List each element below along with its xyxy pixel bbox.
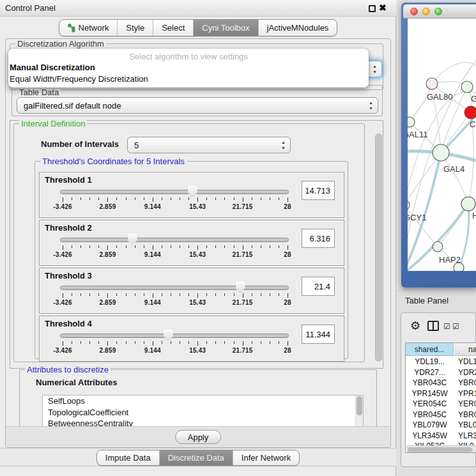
tab-network[interactable]: Network [59, 20, 118, 36]
scale-label: 2.859 [88, 251, 127, 258]
zoom-traffic-light-icon[interactable] [434, 8, 442, 15]
table-row[interactable]: YDR27...YDR2 [406, 367, 476, 378]
tick-mark [107, 245, 108, 250]
control-panel-title: Control Panel [5, 3, 56, 13]
network-window-titlebar[interactable] [403, 4, 476, 19]
scale-label: 21.715 [224, 203, 262, 210]
tab-infer-network[interactable]: Infer Network [233, 450, 299, 465]
slider-thumb-icon[interactable] [128, 234, 137, 245]
network-node[interactable] [433, 144, 449, 161]
tick-mark [153, 245, 153, 250]
attributes-group-title: Attributes to discretize [25, 365, 111, 374]
tick-mark [270, 245, 270, 248]
tick-mark [234, 245, 234, 248]
table-row[interactable]: YER054CYER0 [406, 399, 476, 410]
network-canvas[interactable]: GAL80GACGAL11GAL4GCY1HHAP2 [408, 19, 476, 271]
combo-arrows-icon: ▲▼ [281, 139, 286, 151]
close-traffic-light-icon[interactable] [410, 8, 418, 15]
tick-mark [162, 197, 162, 200]
tick-mark [261, 341, 261, 344]
slider-thumb-icon[interactable] [164, 330, 173, 341]
network-node[interactable] [461, 197, 475, 211]
attributes-list: SelfLoopsTopologicalCoefficientBetweenne… [42, 395, 364, 427]
table-row[interactable]: YDL19...YDL1 [406, 357, 476, 367]
network-node[interactable] [408, 117, 415, 127]
tick-mark [171, 341, 171, 344]
network-node-label: GCY1 [408, 213, 426, 222]
checkbox-icon[interactable]: ☑ [443, 322, 450, 331]
tab-select[interactable]: Select [153, 20, 193, 36]
close-icon[interactable]: ✖ [379, 3, 387, 13]
tick-mark [243, 197, 243, 202]
table-row[interactable]: YLR345WYLR3 [406, 431, 476, 441]
threshold-slider-track[interactable] [60, 334, 289, 338]
network-node[interactable] [426, 78, 438, 89]
combo-arrows-icon: ▲▼ [372, 63, 377, 75]
horizontal-scrollbar-thumb[interactable] [408, 447, 472, 452]
control-panel-titlebar: Control Panel ✖ [0, 0, 396, 17]
slider-thumb-icon[interactable] [188, 186, 197, 197]
split-view-icon[interactable] [427, 321, 439, 331]
tick-mark [252, 245, 252, 248]
tick-mark [180, 245, 180, 248]
column-header-name[interactable]: na [454, 343, 476, 356]
slider-scale-labels: -3.4262.8599.14415.4321.71528 [40, 251, 344, 260]
tick-mark [153, 293, 153, 298]
network-node-label: HAP2 [439, 255, 461, 265]
tab-discretize-data[interactable]: Discretize Data [159, 450, 233, 465]
number-of-intervals-combo[interactable]: 5 ▲▼ [127, 137, 291, 153]
cell-shared-name: YBR045C [406, 410, 454, 420]
vertical-scrollbar[interactable] [375, 134, 382, 362]
attribute-list-item[interactable]: TopologicalCoefficient [43, 407, 363, 418]
network-node[interactable] [464, 106, 476, 119]
threshold-slider-track[interactable] [60, 190, 289, 194]
algorithm-option-manual[interactable]: Manual Discretization [10, 63, 95, 72]
attribute-list-item[interactable]: BetweennessCentrality [43, 418, 363, 427]
slider-thumb-icon[interactable] [236, 282, 245, 293]
tick-mark [126, 197, 127, 200]
algorithm-dropdown-popup: Select algorithm to view settings Manual… [8, 49, 369, 88]
number-of-intervals-label: Number of Intervals [41, 139, 119, 149]
network-node[interactable] [408, 200, 410, 210]
tick-mark [144, 245, 144, 248]
tab-jactivemnodules[interactable]: jActiveMNodules [258, 20, 337, 36]
network-node[interactable] [433, 242, 443, 252]
checkbox-icon[interactable]: ☑ [452, 322, 459, 331]
float-window-icon[interactable] [369, 5, 376, 12]
threshold-slider-track[interactable] [60, 238, 289, 242]
tab-cyni-toolbox[interactable]: Cyni Toolbox [193, 20, 257, 36]
scale-label: 28 [268, 347, 307, 354]
column-header-shared-name[interactable]: shared... [406, 343, 454, 356]
table-row[interactable]: YBL079WYBL0 [406, 420, 476, 431]
cell-shared-name: YBL079W [406, 420, 454, 430]
algorithm-group-title: Discretization Algorithm [15, 39, 106, 49]
network-window: GAL80GACGAL11GAL4GCY1HHAP2 [401, 3, 476, 288]
minimize-traffic-light-icon[interactable] [422, 8, 430, 15]
network-node-label: GAL11 [408, 130, 428, 139]
tick-mark [270, 341, 270, 344]
scale-label: 9.144 [134, 251, 172, 258]
tab-impute-data[interactable]: Impute Data [97, 450, 159, 465]
tick-mark [63, 197, 63, 202]
attribute-list-item[interactable]: SelfLoops [43, 395, 363, 407]
threshold-value-field[interactable] [302, 277, 335, 296]
table-row[interactable]: YBR043CYBR0 [406, 378, 476, 388]
table-data-combo[interactable]: galFiltered.sif default node ▲▼ [17, 97, 378, 114]
threshold-value-field[interactable] [302, 229, 335, 248]
table-row[interactable]: YBR045CYBR0 [406, 410, 476, 420]
threshold-slider-track[interactable] [60, 286, 289, 290]
network-node[interactable] [461, 81, 473, 93]
tab-style[interactable]: Style [117, 20, 153, 36]
tick-mark [116, 293, 117, 296]
tick-mark [197, 245, 198, 250]
threshold-value-field[interactable] [302, 181, 335, 200]
tick-mark [234, 197, 234, 200]
network-node-label: C [470, 119, 475, 129]
algorithm-option-equal-width[interactable]: Equal Width/Frequency Discretization [10, 74, 148, 84]
network-node-label: GAL80 [427, 92, 452, 102]
gear-icon[interactable]: ⚙ [410, 319, 420, 333]
apply-button[interactable]: Apply [175, 430, 221, 444]
attributes-scrollbar[interactable] [355, 395, 363, 427]
table-row[interactable]: YPR145WYPR1 [406, 388, 476, 399]
threshold-value-field[interactable] [302, 325, 335, 344]
